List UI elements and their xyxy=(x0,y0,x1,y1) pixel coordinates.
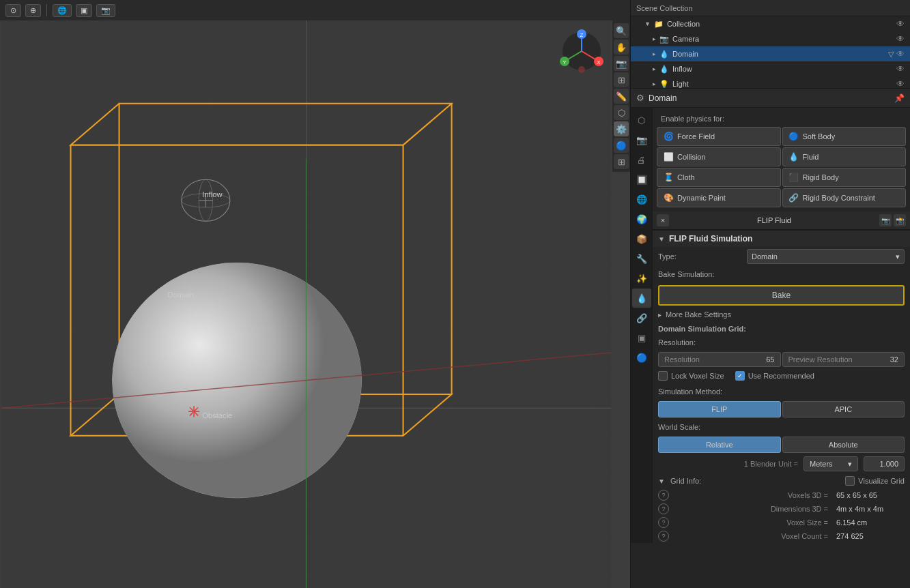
flip-fluid-section: ▼ FLIP Fluid Simulation Type: Domain ▾ xyxy=(653,230,910,543)
vp-magnify-btn[interactable]: 🔍 xyxy=(614,23,629,38)
remove-physics-btn[interactable]: × xyxy=(657,214,669,226)
use-recommended-label: Use Recommended xyxy=(748,372,814,380)
more-settings-row[interactable]: ▸ More Bake Settings xyxy=(653,308,910,321)
outliner-item-light[interactable]: ▸ 💡 Light 👁 xyxy=(631,76,910,89)
enable-physics-label: Enable physics for: xyxy=(657,112,906,127)
apic-method-btn[interactable]: APIC xyxy=(782,401,905,417)
flip-method-btn[interactable]: FLIP xyxy=(658,401,781,417)
unit-value[interactable]: 1.000 xyxy=(864,456,905,471)
props-modifier-icon[interactable]: 🔧 xyxy=(632,249,651,268)
props-render-icon[interactable]: 📷 xyxy=(632,130,651,149)
more-settings-arrow: ▸ xyxy=(658,311,662,319)
outliner-item-camera[interactable]: ▸ 📷 Camera 👁 xyxy=(631,31,910,46)
props-output-icon[interactable]: 🖨 xyxy=(632,150,651,169)
vp-checkerboard-btn[interactable]: ⊞ xyxy=(614,154,629,169)
inflow-visibility[interactable]: 👁 xyxy=(896,64,905,74)
flip-fluid-title: FLIP Fluid Simulation xyxy=(669,234,752,244)
props-constraints-icon[interactable]: 🔗 xyxy=(632,308,651,327)
vp-hand-btn[interactable]: ✋ xyxy=(614,40,629,55)
resolution-input[interactable]: Resolution 65 xyxy=(658,352,781,367)
preview-resolution-input[interactable]: Preview Resolution 32 xyxy=(782,352,905,367)
props-data-icon[interactable]: ▣ xyxy=(632,328,651,347)
active-cam2-icon[interactable]: 📸 xyxy=(894,214,906,226)
type-dropdown[interactable]: Domain ▾ xyxy=(747,249,905,264)
outliner-item-domain[interactable]: ▸ 💧 Domain ▽ 👁 xyxy=(631,46,910,61)
vp-grid-btn[interactable]: ⊞ xyxy=(614,72,629,87)
absolute-btn[interactable]: Absolute xyxy=(782,437,905,453)
viewport-render-btn[interactable]: ▣ xyxy=(76,4,92,17)
vp-edit-btn[interactable]: ✏️ xyxy=(614,89,629,104)
use-recommended-box[interactable]: ✓ xyxy=(735,371,745,381)
camera-visibility[interactable]: 👁 xyxy=(896,34,905,44)
camera-name: Camera xyxy=(672,35,894,43)
preview-res-value: 32 xyxy=(890,355,898,364)
voxels-help-icon[interactable]: ? xyxy=(658,490,669,501)
lock-voxel-checkbox[interactable]: Lock Voxel Size xyxy=(658,371,724,381)
fluid-btn[interactable]: 💧 Fluid xyxy=(782,147,907,166)
grid-info-title: Grid Info: xyxy=(670,477,840,485)
vp-render-btn[interactable]: 🔵 xyxy=(614,138,629,153)
collection-visibility[interactable]: 👁 xyxy=(896,19,905,29)
lock-voxel-box[interactable] xyxy=(658,371,668,381)
visualize-grid-check[interactable]: Visualize Grid xyxy=(845,476,905,486)
grid-info-arrow[interactable]: ▼ xyxy=(658,477,665,485)
light-visibility[interactable]: 👁 xyxy=(896,79,905,89)
props-particles-icon[interactable]: ✨ xyxy=(632,269,651,288)
unit-type-dropdown[interactable]: Meters ▾ xyxy=(804,456,858,471)
viewport-camera-btn[interactable]: 📷 xyxy=(96,4,115,17)
dimensions-3d-row: ? Dimensions 3D = 4m x 4m x 4m xyxy=(653,502,910,516)
outliner-item-collection[interactable]: ▼ 📁 Collection 👁 xyxy=(631,16,910,31)
properties-panel: ⚙ Domain 📌 ⬡ 📷 🖨 🔲 🌐 🌍 📦 🔧 ✨ 💧 � xyxy=(631,89,910,588)
resolution-input-label: Resolution xyxy=(664,355,700,364)
viewport-shading-btn[interactable]: ⊙ xyxy=(5,4,21,17)
props-pin-icon[interactable]: 📌 xyxy=(894,93,905,103)
sim-method-label-row: Simulation Method: xyxy=(653,383,910,400)
bake-button[interactable]: Bake xyxy=(658,285,905,306)
viewport-mode-btn[interactable]: 🌐 xyxy=(53,4,72,17)
collision-btn[interactable]: ⬜ Collision xyxy=(657,147,781,166)
props-scene2-icon[interactable]: 🌐 xyxy=(632,190,651,209)
voxel-count-label: Voxel Count = xyxy=(674,532,831,540)
outliner-header: Scene Collection xyxy=(631,0,910,16)
visualize-grid-label: Visualize Grid xyxy=(858,477,905,485)
rigid-body-constraint-btn[interactable]: 🔗 Rigid Body Constraint xyxy=(782,188,907,207)
type-dropdown-arrow: ▾ xyxy=(896,252,900,261)
vp-camera2-btn[interactable]: 📷 xyxy=(614,56,629,71)
outliner-item-inflow[interactable]: ▸ 💧 Inflow 👁 xyxy=(631,61,910,76)
force-field-btn[interactable]: 🌀 Force Field xyxy=(657,127,781,146)
rigid-body-icon: ⬛ xyxy=(788,172,799,183)
outliner: Scene Collection ▼ 📁 Collection 👁 ▸ 📷 Ca… xyxy=(631,0,910,89)
props-view-icon[interactable]: 🔲 xyxy=(632,170,651,189)
voxel-size-help-icon[interactable]: ? xyxy=(658,517,669,528)
props-scene-icon[interactable]: ⬡ xyxy=(632,111,651,130)
rigid-body-btn[interactable]: ⬛ Rigid Body xyxy=(782,168,907,187)
dynamic-paint-btn[interactable]: 🎨 Dynamic Paint xyxy=(657,188,781,207)
vp-physics-btn[interactable]: ⚙️ xyxy=(614,121,629,136)
domain-visibility[interactable]: 👁 xyxy=(896,49,905,59)
domain-extra-icon: ▽ xyxy=(888,50,894,59)
vp-object-btn[interactable]: ⬡ xyxy=(614,105,629,120)
props-world-icon[interactable]: 🌍 xyxy=(632,209,651,229)
props-content: Enable physics for: 🌀 Force Field 🔵 Soft… xyxy=(653,108,910,543)
domain-icon: 💧 xyxy=(659,48,670,59)
props-physics-icon[interactable]: 💧 xyxy=(632,289,651,308)
props-object-icon[interactable]: 📦 xyxy=(632,229,651,248)
viewport-gizmo[interactable]: Z X Y xyxy=(558,27,606,75)
active-physics-bar: × FLIP Fluid 📷 📸 xyxy=(653,211,910,230)
flip-fluid-header[interactable]: ▼ FLIP Fluid Simulation xyxy=(653,231,910,247)
dimensions-help-icon[interactable]: ? xyxy=(658,503,669,514)
visualize-grid-box[interactable] xyxy=(845,476,855,486)
relative-btn[interactable]: Relative xyxy=(658,437,781,453)
voxel-count-help-icon[interactable]: ? xyxy=(658,531,669,542)
right-panel: Scene Collection ▼ 📁 Collection 👁 ▸ 📷 Ca… xyxy=(630,0,910,588)
use-recommended-checkbox[interactable]: ✓ Use Recommended xyxy=(735,371,814,381)
preview-res-label: Preview Resolution xyxy=(788,355,853,364)
svg-text:Domain: Domain xyxy=(168,291,194,299)
props-material-icon[interactable]: 🔵 xyxy=(632,348,651,367)
blender-unit-label: 1 Blender Unit = xyxy=(658,460,798,468)
viewport-overlay-btn[interactable]: ⊕ xyxy=(25,4,41,17)
cloth-btn[interactable]: 🧵 Cloth xyxy=(657,168,781,187)
viewport[interactable]: ⊙ ⊕ 🌐 ▣ 📷 xyxy=(0,0,630,588)
soft-body-btn[interactable]: 🔵 Soft Body xyxy=(782,127,907,146)
active-cam-icon[interactable]: 📷 xyxy=(879,214,892,226)
